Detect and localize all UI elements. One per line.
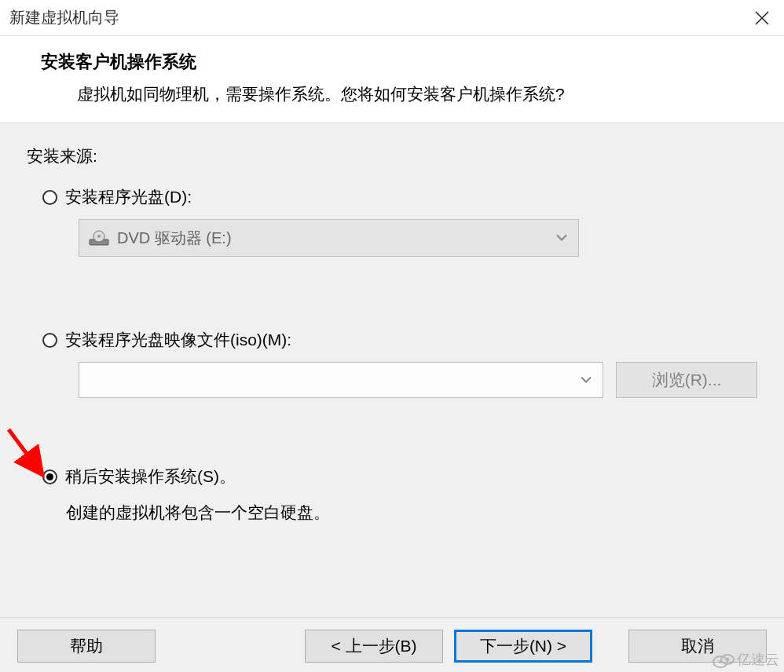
browse-button[interactable]: 浏览(R)... bbox=[616, 362, 757, 398]
wizard-body: 安装来源: 安装程序光盘(D): DVD 驱动器 (E:) 安装程 bbox=[0, 123, 784, 617]
help-button-label: 帮助 bbox=[70, 635, 103, 657]
browse-button-label: 浏览(R)... bbox=[652, 369, 722, 391]
chevron-down-icon bbox=[556, 235, 567, 242]
disc-drive-icon bbox=[89, 230, 109, 246]
install-source-group: 安装程序光盘(D): DVD 驱动器 (E:) 安装程序光盘映像文件(iso)(… bbox=[27, 186, 757, 524]
radio-later[interactable] bbox=[42, 469, 57, 484]
window-title: 新建虚拟机向导 bbox=[9, 7, 119, 28]
disc-drive-select[interactable]: DVD 驱动器 (E:) bbox=[79, 219, 579, 257]
option-later-label: 稍后安装操作系统(S)。 bbox=[65, 466, 236, 488]
page-subtitle: 虚拟机如同物理机，需要操作系统。您将如何安装客户机操作系统? bbox=[41, 83, 756, 105]
close-button[interactable] bbox=[745, 1, 779, 35]
svg-point-4 bbox=[97, 235, 101, 238]
titlebar: 新建虚拟机向导 bbox=[0, 0, 784, 36]
disc-drive-text: DVD 驱动器 (E:) bbox=[117, 228, 232, 249]
iso-path-combobox[interactable] bbox=[79, 362, 603, 398]
wizard-footer: 帮助 < 上一步(B) 下一步(N) > 取消 bbox=[0, 617, 784, 672]
option-disc-label: 安装程序光盘(D): bbox=[65, 186, 192, 208]
back-button[interactable]: < 上一步(B) bbox=[305, 630, 443, 663]
next-button-label: 下一步(N) > bbox=[480, 635, 566, 657]
help-button[interactable]: 帮助 bbox=[17, 630, 156, 663]
option-iso-label: 安装程序光盘映像文件(iso)(M): bbox=[65, 329, 291, 351]
cancel-button-label: 取消 bbox=[681, 635, 714, 657]
radio-iso[interactable] bbox=[42, 333, 57, 348]
option-later-note: 创建的虚拟机将包含一个空白硬盘。 bbox=[42, 502, 757, 524]
option-installer-disc[interactable]: 安装程序光盘(D): bbox=[42, 186, 757, 208]
close-icon bbox=[755, 11, 769, 25]
option-install-later[interactable]: 稍后安装操作系统(S)。 bbox=[42, 466, 757, 488]
page-title: 安装客户机操作系统 bbox=[41, 50, 756, 74]
back-button-label: < 上一步(B) bbox=[331, 635, 416, 657]
wizard-header: 安装客户机操作系统 虚拟机如同物理机，需要操作系统。您将如何安装客户机操作系统? bbox=[0, 36, 784, 123]
next-button[interactable]: 下一步(N) > bbox=[454, 630, 592, 663]
install-source-label: 安装来源: bbox=[27, 145, 757, 167]
option-installer-iso[interactable]: 安装程序光盘映像文件(iso)(M): bbox=[42, 329, 757, 351]
cancel-button[interactable]: 取消 bbox=[628, 630, 767, 663]
chevron-down-icon bbox=[581, 377, 592, 384]
iso-row: 浏览(R)... bbox=[79, 362, 757, 398]
radio-disc[interactable] bbox=[42, 190, 57, 205]
